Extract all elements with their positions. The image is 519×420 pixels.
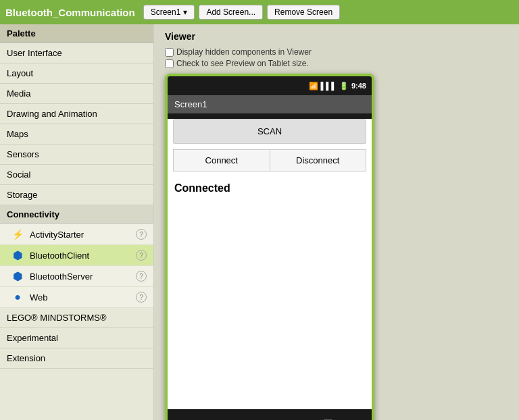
phone-content-area	[168, 200, 372, 409]
connect-button[interactable]: Connect	[174, 150, 270, 171]
phone-nav-bar: ↩ ⌂ ▣	[168, 409, 372, 420]
bluetooth-client-label: BluetoothClient	[30, 251, 89, 261]
add-screen-button[interactable]: Add Screen...	[199, 5, 263, 20]
connection-buttons-row: Connect Disconnect	[173, 149, 366, 172]
hidden-components-checkbox[interactable]	[165, 48, 174, 57]
bluetooth-client-icon: ⬢	[11, 248, 24, 262]
phone-titlebar: Screen1	[168, 95, 372, 113]
viewer-options: Display hidden components in Viewer Chec…	[165, 47, 508, 68]
battery-icon: 🔋	[339, 82, 349, 90]
tablet-preview-checkbox-label[interactable]: Check to see Preview on Tablet size.	[165, 59, 508, 68]
topbar: Bluetooth_Communication Screen1 ▾ Add Sc…	[0, 0, 519, 24]
palette-panel: Palette User Interface Layout Media Draw…	[0, 24, 154, 420]
screen-selector-button[interactable]: Screen1 ▾	[143, 5, 195, 20]
lightning-icon: ⚡	[11, 228, 24, 241]
palette-category-user-interface[interactable]: User Interface	[0, 43, 153, 63]
connection-status-text: Connected	[168, 177, 372, 200]
dropdown-arrow-icon: ▾	[183, 7, 187, 17]
connectivity-section-header[interactable]: Connectivity	[0, 205, 153, 224]
phone-screen-title: Screen1	[174, 99, 207, 109]
phone-status-bar: 📶 ▌▌▌ 🔋 9:48	[168, 76, 372, 95]
main-layout: Palette User Interface Layout Media Draw…	[0, 24, 519, 420]
activity-starter-help-icon[interactable]: ?	[136, 229, 147, 240]
palette-category-social[interactable]: Social	[0, 165, 153, 185]
phone-screen: SCAN Connect Disconnect Connected	[168, 119, 372, 409]
viewer-header: Viewer	[165, 31, 508, 42]
palette-header: Palette	[0, 24, 153, 43]
viewer-panel: Viewer Display hidden components in View…	[154, 24, 519, 420]
web-label: Web	[30, 292, 48, 303]
bluetooth-server-icon: ⬢	[11, 269, 24, 283]
palette-category-layout[interactable]: Layout	[0, 63, 153, 84]
screen-selector-label: Screen1	[151, 7, 181, 17]
app-title: Bluetooth_Communication	[5, 7, 135, 18]
scan-button[interactable]: SCAN	[173, 119, 366, 144]
web-icon: ●	[11, 290, 24, 304]
connectivity-items: ⚡ ActivityStarter ? ⬢ BluetoothClient ? …	[0, 224, 153, 308]
remove-screen-button[interactable]: Remove Screen	[267, 5, 340, 20]
palette-category-extension[interactable]: Extension	[0, 348, 153, 369]
signal-icon: ▌▌▌	[321, 82, 337, 90]
back-nav-button[interactable]: ↩	[206, 417, 215, 421]
hidden-components-checkbox-label[interactable]: Display hidden components in Viewer	[165, 47, 508, 57]
bluetooth-client-help-icon[interactable]: ?	[136, 250, 147, 261]
bluetooth-server-help-icon[interactable]: ?	[136, 271, 147, 282]
palette-category-experimental[interactable]: Experimental	[0, 328, 153, 348]
wifi-icon: 📶	[309, 82, 318, 90]
home-nav-button[interactable]: ⌂	[266, 417, 272, 420]
palette-item-bluetooth-server[interactable]: ⬢ BluetoothServer ?	[0, 266, 153, 287]
palette-item-bluetooth-client[interactable]: ⬢ BluetoothClient ?	[0, 245, 153, 266]
tablet-preview-checkbox[interactable]	[165, 59, 174, 68]
palette-item-web[interactable]: ● Web ?	[0, 287, 153, 308]
web-help-icon[interactable]: ?	[136, 292, 147, 303]
palette-category-sensors[interactable]: Sensors	[0, 145, 153, 165]
activity-starter-label: ActivityStarter	[30, 230, 84, 240]
disconnect-button[interactable]: Disconnect	[270, 150, 366, 171]
recent-nav-button[interactable]: ▣	[323, 417, 333, 421]
phone-mockup: 📶 ▌▌▌ 🔋 9:48 Screen1 SCAN Connect Discon…	[165, 74, 374, 420]
palette-item-activity-starter[interactable]: ⚡ ActivityStarter ?	[0, 224, 153, 245]
bluetooth-server-label: BluetoothServer	[30, 271, 93, 282]
clock-display: 9:48	[351, 82, 366, 90]
palette-category-maps[interactable]: Maps	[0, 124, 153, 145]
palette-category-storage[interactable]: Storage	[0, 185, 153, 205]
palette-category-drawing-animation[interactable]: Drawing and Animation	[0, 104, 153, 124]
palette-category-lego[interactable]: LEGO® MINDSTORMS®	[0, 308, 153, 328]
palette-category-media[interactable]: Media	[0, 84, 153, 104]
